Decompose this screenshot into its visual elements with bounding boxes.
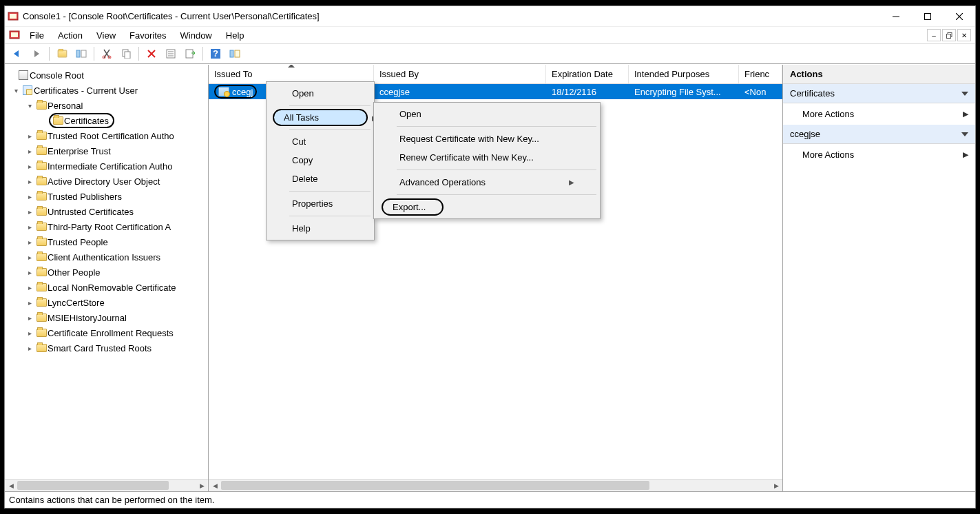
tree-node[interactable]: ▸Trusted Root Certification Autho <box>6 128 208 143</box>
ctx-export[interactable]: Export... <box>382 198 444 216</box>
tree-node[interactable]: ▸Trusted People <box>6 234 208 249</box>
mmc-window: Console1 - [Console Root\Certificates - … <box>4 6 976 508</box>
collapse-icon <box>961 92 968 96</box>
tree-label: Trusted People <box>48 237 108 247</box>
cell-expiration: 18/12/2116 <box>546 87 629 97</box>
svg-rect-9 <box>946 34 950 38</box>
tree-label: Untrusted Certificates <box>48 207 134 217</box>
tree-label: Trusted Publishers <box>48 192 122 202</box>
collapse-icon <box>961 132 968 136</box>
up-button[interactable] <box>53 45 71 62</box>
tree-label: Enterprise Trust <box>48 146 111 156</box>
highlight-oval: Certificates <box>49 113 114 128</box>
ctx-renew-certificate-new-key[interactable]: Renew Certificate with New Key... <box>376 148 598 167</box>
list-pane: Issued To Issued By Expiration Date Inte… <box>209 65 783 491</box>
menubar: File Action View Favorites Window Help –… <box>5 27 975 43</box>
forward-button[interactable] <box>28 45 45 62</box>
toolbar-separator <box>202 47 203 61</box>
tree-node[interactable]: ▸Local NonRemovable Certificate <box>6 280 208 295</box>
mmc-app-icon <box>8 11 19 22</box>
tree-node[interactable]: ▸Certificate Enrollment Requests <box>6 325 208 340</box>
svg-rect-15 <box>125 52 130 59</box>
tree-label: Active Directory User Object <box>48 176 160 187</box>
tree-node[interactable]: ▸MSIEHistoryJournal <box>6 310 208 325</box>
tree-node-console-root[interactable]: Console Root <box>6 68 208 83</box>
tree-node-certificates[interactable]: Certificates <box>6 113 208 128</box>
tree-node[interactable]: ▸Client Authentication Issuers <box>6 249 208 265</box>
column-expiration[interactable]: Expiration Date <box>546 65 629 83</box>
cut-button[interactable] <box>98 45 116 62</box>
actions-more-actions-ccegjse[interactable]: More Actions▶ <box>783 144 975 165</box>
tree-node[interactable]: ▸Third-Party Root Certification A <box>6 219 208 234</box>
tree-node[interactable]: ▸Trusted Publishers <box>6 189 208 204</box>
highlight-oval: ccegj <box>214 85 257 99</box>
ctx-advanced-operations[interactable]: Advanced Operations▶ <box>376 173 598 192</box>
tree-label: Certificates - Current User <box>34 85 138 96</box>
ctx-delete[interactable]: Delete <box>269 169 372 188</box>
svg-rect-3 <box>925 13 931 19</box>
ctx-help[interactable]: Help <box>269 219 372 238</box>
actions-section-ccegjse[interactable]: ccegjse <box>783 125 975 144</box>
toolbar-separator <box>94 47 94 61</box>
workarea: Console Root ▾ Certificates - Current Us… <box>5 65 975 491</box>
minimize-button[interactable] <box>880 6 912 27</box>
tree-node[interactable]: ▸Untrusted Certificates <box>6 204 208 219</box>
tree-node[interactable]: ▸Intermediate Certification Autho <box>6 158 208 174</box>
tree-node[interactable]: ▸Other People <box>6 265 208 280</box>
actions-section-certificates[interactable]: Certificates <box>783 84 975 103</box>
arrow-icon: ▶ <box>963 150 968 159</box>
properties-button[interactable] <box>162 45 180 62</box>
window-title: Console1 - [Console Root\Certificates - … <box>23 11 880 21</box>
column-intended-purposes[interactable]: Intended Purposes <box>629 65 739 83</box>
ctx-open[interactable]: Open <box>269 84 372 103</box>
menu-action[interactable]: Action <box>51 28 90 43</box>
mdi-restore-button[interactable] <box>942 29 956 41</box>
copy-button[interactable] <box>117 45 135 62</box>
menu-favorites[interactable]: Favorites <box>123 28 173 43</box>
column-friendly-name[interactable]: Frienc <box>739 65 782 83</box>
column-issued-by[interactable]: Issued By <box>374 65 546 83</box>
list-h-scrollbar[interactable]: ◀▶ <box>209 479 782 491</box>
tree-label: Console Root <box>30 70 84 81</box>
ctx-copy[interactable]: Copy <box>269 151 372 169</box>
ctx-properties[interactable]: Properties <box>269 194 372 213</box>
ctx-separator <box>289 129 371 130</box>
tree-node[interactable]: ▸Smart Card Trusted Roots <box>6 340 208 356</box>
tree-node[interactable]: ▸Enterprise Trust <box>6 143 208 158</box>
maximize-button[interactable] <box>912 6 943 27</box>
refresh-button[interactable] <box>226 45 244 62</box>
menu-help[interactable]: Help <box>219 28 251 43</box>
status-text: Contains actions that can be performed o… <box>9 495 214 505</box>
ctx-cut[interactable]: Cut <box>269 132 372 151</box>
tree-h-scrollbar[interactable]: ◀▶ <box>5 479 208 491</box>
ctx-request-certificate-new-key[interactable]: Request Certificate with New Key... <box>376 130 598 148</box>
context-menu-all-tasks: Open Request Certificate with New Key...… <box>373 102 601 219</box>
cell-intended-purposes: Encrypting File Syst... <box>629 87 739 97</box>
delete-button[interactable] <box>143 45 160 62</box>
menu-window[interactable]: Window <box>174 28 219 43</box>
menu-view[interactable]: View <box>90 28 123 43</box>
column-issued-to[interactable]: Issued To <box>209 65 374 83</box>
export-list-button[interactable] <box>181 45 199 62</box>
back-button[interactable] <box>8 45 26 62</box>
tree-label: Personal <box>48 101 83 111</box>
tree-node[interactable]: ▸LyncCertStore <box>6 295 208 310</box>
actions-more-actions-certificates[interactable]: More Actions▶ <box>783 103 975 125</box>
status-bar: Contains actions that can be performed o… <box>5 491 975 508</box>
mdi-minimize-button[interactable]: – <box>927 29 941 41</box>
svg-rect-1 <box>10 14 17 19</box>
ctx-all-tasks[interactable]: All Tasks ▶ <box>273 109 368 126</box>
toolbar-separator <box>138 47 139 61</box>
tree-node-personal[interactable]: ▾ Personal <box>6 98 208 113</box>
help-button[interactable]: ? <box>207 45 225 62</box>
ctx-sub-open[interactable]: Open <box>376 105 598 123</box>
tree-node-certificates-current-user[interactable]: ▾ Certificates - Current User <box>6 83 208 98</box>
menu-file[interactable]: File <box>23 28 51 43</box>
tree-node[interactable]: ▸Active Directory User Object <box>6 174 208 189</box>
tree-label: Client Authentication Issuers <box>48 252 160 263</box>
mdi-close-button[interactable]: ✕ <box>957 29 971 41</box>
close-button[interactable] <box>943 6 975 27</box>
list-body: ccegj ccegjse 18/12/2116 Encrypting File… <box>209 84 782 99</box>
svg-rect-11 <box>81 50 86 57</box>
show-hide-tree-button[interactable] <box>72 45 90 62</box>
